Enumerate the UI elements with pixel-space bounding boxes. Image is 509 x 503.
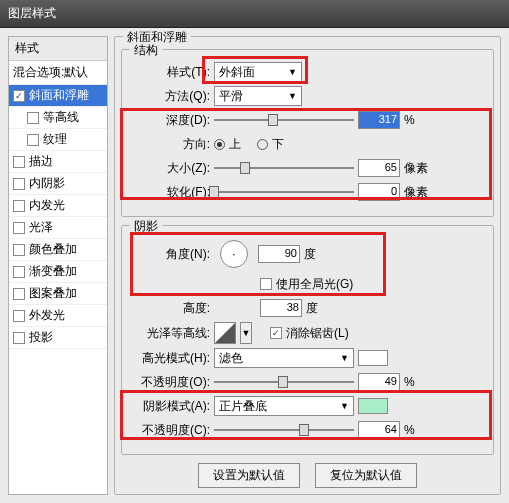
style-item-label: 渐变叠加 [29,263,77,280]
window-title: 图层样式 [8,6,56,20]
style-list-item[interactable]: 颜色叠加 [9,239,107,261]
gloss-contour-picker[interactable] [214,322,236,344]
style-checkbox[interactable] [13,222,25,234]
style-label: 样式(T): [132,64,210,81]
altitude-label: 高度: [132,300,210,317]
angle-input[interactable]: 90 [258,245,300,263]
style-checkbox[interactable] [13,332,25,344]
highlight-mode-dropdown[interactable]: 滤色▼ [214,348,354,368]
size-label: 大小(Z): [132,160,210,177]
depth-label: 深度(D): [132,112,210,129]
gloss-label: 光泽等高线: [132,325,210,342]
bevel-emboss-group: 斜面和浮雕 结构 样式(T): 外斜面▼ 方法(Q): 平滑▼ 深度(D): [114,36,501,495]
size-slider[interactable] [214,160,354,176]
depth-slider[interactable] [214,112,354,128]
chevron-down-icon: ▼ [340,353,349,363]
angle-dial[interactable]: · [220,240,248,268]
style-checkbox[interactable] [13,200,25,212]
style-item-label: 外发光 [29,307,65,324]
style-checkbox[interactable] [13,156,25,168]
depth-input[interactable]: 317 [358,111,400,129]
style-checkbox[interactable] [13,90,25,102]
highlight-opacity-label: 不透明度(O): [132,374,210,391]
structure-title: 结构 [130,42,162,59]
angle-label: 角度(N): [132,246,210,263]
style-dropdown[interactable]: 外斜面▼ [214,62,302,82]
chevron-down-icon[interactable]: ▼ [240,322,252,344]
global-light-label: 使用全局光(G) [276,276,353,293]
highlight-opacity-input[interactable]: 49 [358,373,400,391]
altitude-input[interactable]: 38 [260,299,302,317]
shadow-mode-label: 阴影模式(A): [132,398,210,415]
chevron-down-icon: ▼ [288,91,297,101]
style-item-label: 投影 [29,329,53,346]
direction-down-radio[interactable] [257,139,268,150]
altitude-unit: 度 [306,300,318,317]
style-item-label: 等高线 [43,109,79,126]
settings-panel: 斜面和浮雕 结构 样式(T): 外斜面▼ 方法(Q): 平滑▼ 深度(D): [114,36,501,495]
method-label: 方法(Q): [132,88,210,105]
antialias-checkbox[interactable] [270,327,282,339]
style-list-item[interactable]: 纹理 [9,129,107,151]
style-checkbox[interactable] [13,288,25,300]
window-titlebar: 图层样式 [0,0,509,28]
style-checkbox[interactable] [27,112,39,124]
blend-options-row[interactable]: 混合选项:默认 [9,61,107,85]
style-item-label: 光泽 [29,219,53,236]
chevron-down-icon: ▼ [288,67,297,77]
style-item-label: 颜色叠加 [29,241,77,258]
shadow-opacity-slider[interactable] [214,422,354,438]
styles-list-panel: 样式 混合选项:默认 斜面和浮雕等高线纹理描边内阴影内发光光泽颜色叠加渐变叠加图… [8,36,108,495]
antialias-label: 消除锯齿(L) [286,325,349,342]
style-list-item[interactable]: 描边 [9,151,107,173]
highlight-color-swatch[interactable] [358,350,388,366]
style-list-item[interactable]: 渐变叠加 [9,261,107,283]
highlight-opacity-slider[interactable] [214,374,354,390]
style-checkbox[interactable] [13,178,25,190]
style-list-item[interactable]: 外发光 [9,305,107,327]
method-dropdown[interactable]: 平滑▼ [214,86,302,106]
style-list-item[interactable]: 等高线 [9,107,107,129]
depth-unit: % [404,113,432,127]
global-light-checkbox[interactable] [260,278,272,290]
style-item-label: 描边 [29,153,53,170]
shadow-mode-dropdown[interactable]: 正片叠底▼ [214,396,354,416]
shadow-opacity-label: 不透明度(C): [132,422,210,439]
shadow-color-swatch[interactable] [358,398,388,414]
style-checkbox[interactable] [13,244,25,256]
style-checkbox[interactable] [13,310,25,322]
chevron-down-icon: ▼ [340,401,349,411]
styles-header: 样式 [9,37,107,61]
style-item-label: 纹理 [43,131,67,148]
soften-unit: 像素 [404,184,432,201]
direction-up-radio[interactable] [214,139,225,150]
style-item-label: 斜面和浮雕 [29,87,89,104]
size-input[interactable]: 65 [358,159,400,177]
style-list-item[interactable]: 图案叠加 [9,283,107,305]
style-item-label: 图案叠加 [29,285,77,302]
angle-unit: 度 [304,246,316,263]
dialog-body: 样式 混合选项:默认 斜面和浮雕等高线纹理描边内阴影内发光光泽颜色叠加渐变叠加图… [0,28,509,503]
style-item-label: 内阴影 [29,175,65,192]
size-unit: 像素 [404,160,432,177]
soften-input[interactable]: 0 [358,183,400,201]
direction-label: 方向: [132,136,210,153]
structure-group: 结构 样式(T): 外斜面▼ 方法(Q): 平滑▼ 深度(D): [121,49,494,217]
style-checkbox[interactable] [13,266,25,278]
soften-label: 软化(F): [132,184,210,201]
style-list-item[interactable]: 投影 [9,327,107,349]
style-list-item[interactable]: 光泽 [9,217,107,239]
reset-default-button[interactable]: 复位为默认值 [315,463,417,488]
highlight-mode-label: 高光模式(H): [132,350,210,367]
soften-slider[interactable] [214,184,354,200]
shadow-group: 阴影 角度(N): · 90 度 使用全局光(G) 高度: 38 [121,225,494,455]
shadow-opacity-input[interactable]: 64 [358,421,400,439]
style-list-item[interactable]: 斜面和浮雕 [9,85,107,107]
style-list-item[interactable]: 内阴影 [9,173,107,195]
style-item-label: 内发光 [29,197,65,214]
style-list-item[interactable]: 内发光 [9,195,107,217]
style-checkbox[interactable] [27,134,39,146]
shadow-title: 阴影 [130,218,162,235]
set-default-button[interactable]: 设置为默认值 [198,463,300,488]
